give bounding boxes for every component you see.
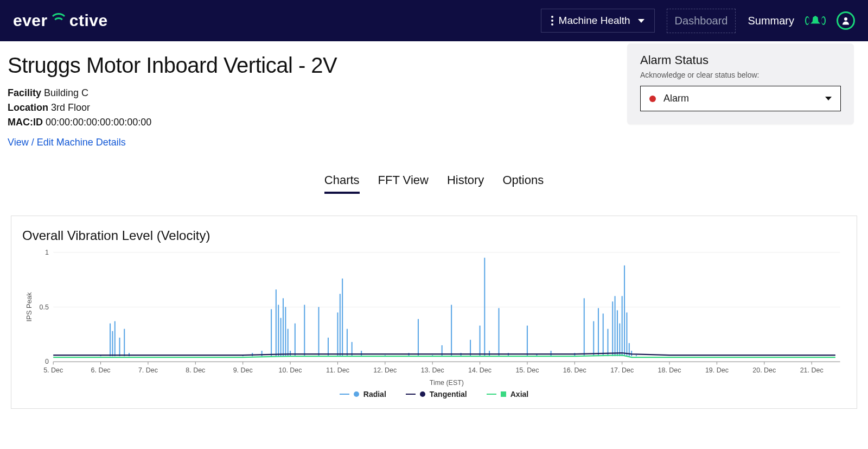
svg-text:8. Dec: 8. Dec (186, 365, 206, 374)
tab-history[interactable]: History (447, 173, 484, 194)
nav-dashboard[interactable]: Dashboard (667, 9, 736, 33)
meta-location-label: Location (8, 102, 48, 113)
svg-text:0: 0 (45, 357, 49, 365)
legend-radial[interactable]: Radial (340, 390, 386, 399)
svg-text:1: 1 (45, 248, 49, 256)
legend-axial[interactable]: Axial (487, 390, 528, 399)
svg-point-0 (844, 17, 847, 21)
svg-text:11. Dec: 11. Dec (326, 365, 350, 374)
main-content: Struggs Motor Inboard Vertical - 2V Faci… (0, 41, 868, 409)
header-right: Machine Health Dashboard Summary (541, 9, 855, 33)
bell-ring-left-icon (805, 16, 809, 25)
drag-handle-icon (551, 16, 553, 26)
brand-name-part1: ever (13, 11, 48, 30)
brand-name-part2: ctive (69, 11, 108, 30)
chart-plot-area[interactable]: 00.515. Dec6. Dec7. Dec8. Dec9. Dec10. D… (22, 248, 846, 389)
tab-options[interactable]: Options (502, 173, 544, 194)
svg-text:17. Dec: 17. Dec (610, 365, 634, 374)
chart-card: Overall Vibration Level (Velocity) 00.51… (11, 216, 857, 409)
legend-dot-icon (354, 391, 359, 397)
svg-text:7. Dec: 7. Dec (138, 365, 158, 374)
legend-square-icon (501, 391, 506, 397)
tab-bar: Charts FFT View History Options (8, 173, 860, 194)
tab-fft-view[interactable]: FFT View (378, 173, 429, 194)
bell-icon (810, 16, 820, 26)
meta-macid-value: 00:00:00:00:00:00:00:00 (46, 117, 151, 128)
user-menu[interactable] (837, 11, 855, 30)
svg-text:9. Dec: 9. Dec (233, 365, 253, 374)
meta-facility-label: Facility (8, 87, 41, 98)
svg-text:15. Dec: 15. Dec (515, 365, 539, 374)
legend-dot-icon (420, 391, 425, 397)
svg-text:10. Dec: 10. Dec (279, 365, 303, 374)
tab-charts[interactable]: Charts (324, 173, 360, 194)
legend-marker-icon (487, 394, 496, 395)
legend-marker-icon (406, 394, 416, 395)
meta-macid-label: MAC:ID (8, 117, 43, 128)
product-selector-label: Machine Health (559, 15, 630, 27)
meta-facility-value: Building C (44, 87, 88, 98)
alarm-status-subtitle: Acknowledge or clear status below: (640, 71, 841, 79)
svg-text:0.5: 0.5 (40, 303, 49, 311)
user-icon (841, 16, 851, 26)
chart-legend: Radial Tangential Axial (22, 390, 846, 399)
legend-marker-icon (340, 394, 349, 395)
chevron-down-icon (638, 19, 644, 23)
svg-text:19. Dec: 19. Dec (705, 365, 729, 374)
legend-radial-label: Radial (363, 390, 386, 399)
svg-text:18. Dec: 18. Dec (658, 365, 682, 374)
alarm-status-select[interactable]: Alarm (640, 86, 841, 111)
chevron-down-icon (825, 97, 832, 100)
brand-arc-icon (51, 13, 66, 28)
svg-text:20. Dec: 20. Dec (752, 365, 776, 374)
svg-text:16. Dec: 16. Dec (563, 365, 587, 374)
meta-location-value: 3rd Floor (51, 102, 90, 113)
svg-text:Time (EST): Time (EST) (430, 378, 464, 387)
legend-axial-label: Axial (510, 390, 528, 399)
chart-title: Overall Vibration Level (Velocity) (22, 228, 846, 243)
svg-text:6. Dec: 6. Dec (91, 365, 111, 374)
status-dot-icon (649, 96, 656, 102)
legend-tangential[interactable]: Tangential (406, 390, 467, 399)
vibration-chart: 00.515. Dec6. Dec7. Dec8. Dec9. Dec10. D… (22, 248, 846, 389)
svg-text:14. Dec: 14. Dec (468, 365, 492, 374)
nav-summary[interactable]: Summary (748, 15, 794, 27)
legend-tangential-label: Tangential (430, 390, 467, 399)
svg-text:IPS Peak: IPS Peak (25, 292, 33, 322)
brand-logo: everctive (13, 11, 108, 30)
top-nav: everctive Machine Health Dashboard Summa… (0, 0, 868, 41)
alarm-status-title: Alarm Status (640, 53, 841, 67)
notifications-button[interactable] (806, 11, 825, 30)
alarm-status-value: Alarm (663, 93, 689, 104)
svg-text:12. Dec: 12. Dec (373, 365, 397, 374)
product-selector[interactable]: Machine Health (541, 9, 655, 33)
edit-machine-link[interactable]: View / Edit Machine Details (8, 137, 126, 148)
bell-ring-right-icon (821, 16, 826, 25)
svg-text:21. Dec: 21. Dec (800, 365, 824, 374)
svg-text:13. Dec: 13. Dec (421, 365, 445, 374)
alarm-status-panel: Alarm Status Acknowledge or clear status… (627, 43, 854, 124)
svg-text:5. Dec: 5. Dec (43, 365, 63, 374)
